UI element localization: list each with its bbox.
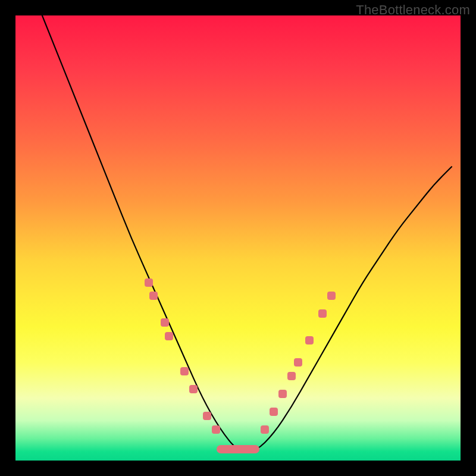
marker-left-2: [161, 318, 169, 327]
marker-left-3: [165, 332, 173, 340]
marker-right-5: [305, 336, 314, 345]
bottleneck-curve: [15, 15, 461, 461]
marker-right-1: [270, 408, 278, 416]
marker-right-6: [318, 309, 327, 318]
marker-right-3: [287, 372, 296, 380]
marker-left-7: [212, 425, 220, 434]
marker-bottom-pill: [217, 445, 259, 453]
marker-right-4: [294, 358, 302, 367]
marker-right-0: [261, 425, 269, 434]
marker-left-1: [149, 292, 158, 300]
marker-left-6: [203, 412, 211, 420]
watermark-text: TheBottleneck.com: [356, 2, 470, 18]
marker-right-2: [278, 390, 287, 398]
chart-frame: TheBottleneck.com: [0, 0, 476, 476]
marker-left-4: [180, 367, 189, 375]
marker-right-7: [327, 292, 336, 300]
chart-plot-area: [15, 15, 461, 461]
marker-left-0: [145, 278, 153, 287]
marker-left-5: [189, 385, 198, 393]
